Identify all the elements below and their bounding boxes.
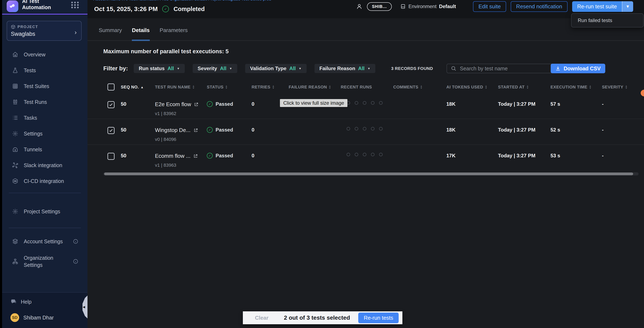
chevron-left-icon: ◀ <box>83 305 85 309</box>
tab-summary[interactable]: Summary <box>99 27 122 41</box>
search-icon <box>451 65 456 71</box>
tab-parameters[interactable]: Parameters <box>160 27 188 41</box>
col-started-at[interactable]: STARTED AT▲▼ <box>498 85 550 89</box>
filter-severity[interactable]: SeverityAll▼ <box>193 64 237 73</box>
sidebar-item-project-settings[interactable]: Project Settings <box>2 204 88 219</box>
sidebar-item-overview[interactable]: Overview <box>2 47 88 62</box>
table-row[interactable]: 50 Wingstop De... v0 | 84096 ✓Passed 0 1… <box>88 119 644 145</box>
col-execution-time[interactable]: EXECUTION TIME▲▼ <box>550 85 602 89</box>
flask-icon <box>12 67 18 73</box>
col-retries[interactable]: RETRIES▲▼ <box>252 85 289 89</box>
passed-check-icon: ✓ <box>207 127 213 133</box>
col-ai-tokens-used[interactable]: AI TOKENS USED▲▼ <box>446 85 498 89</box>
table-row[interactable]: 50 E2e Ecom flow v1 | 83962 ✓Passed 0 18… <box>88 94 644 119</box>
select-all-checkbox[interactable] <box>108 83 114 90</box>
sort-icon: ▲▼ <box>625 85 628 89</box>
sidebar-item-tasks[interactable]: Tasks <box>2 110 88 126</box>
test-run-name-link[interactable]: Wingstop De... <box>155 127 190 133</box>
sort-icon: ▲▼ <box>329 85 331 89</box>
info-icon[interactable] <box>73 259 78 264</box>
sidebar-item-label: Overview <box>24 52 46 58</box>
row-checkbox[interactable] <box>108 153 114 160</box>
sidebar-item-test-runs[interactable]: Test Runs <box>2 94 88 110</box>
col-status[interactable]: STATUS▲▼ <box>207 85 252 89</box>
home-icon <box>12 51 18 58</box>
svg-text:?: ? <box>12 300 14 302</box>
sidebar-item-account-settings[interactable]: Account Settings <box>2 234 88 249</box>
link-icon <box>12 178 18 184</box>
slack-icon <box>12 162 18 168</box>
filter-run-status[interactable]: Run statusAll▼ <box>134 64 185 73</box>
app-launcher-icon[interactable] <box>71 2 79 8</box>
project-switcher[interactable]: PROJECT Swaglabs › <box>7 21 82 41</box>
test-run-name-link[interactable]: Ecomm flow ... <box>155 153 190 159</box>
run-version: v1 | 83963 <box>155 163 207 168</box>
caret-down-icon: ▼ <box>368 67 370 70</box>
info-icon[interactable] <box>73 239 78 244</box>
external-link-icon[interactable] <box>194 128 198 133</box>
scrollbar-thumb[interactable] <box>104 173 633 175</box>
rerun-dropdown-toggle[interactable]: ▼ <box>622 1 633 12</box>
layers-icon <box>12 238 18 245</box>
clear-selection-button[interactable]: Clear <box>255 315 268 321</box>
sidebar-item-organization-settings[interactable]: Organization Settings <box>2 251 88 272</box>
sort-icon: ▲▼ <box>192 85 195 89</box>
caret-down-icon: ▼ <box>177 67 180 70</box>
environment-icon <box>400 3 406 9</box>
user-menu[interactable]: SD Shibam Dhar <box>2 311 88 324</box>
recent-runs <box>341 127 393 130</box>
col-test-run-name[interactable]: TEST RUN NAME▲▼ <box>155 85 207 89</box>
menu-item-run-failed-tests[interactable]: Run failed tests <box>578 17 612 23</box>
external-link-icon[interactable] <box>194 102 198 107</box>
edit-suite-button[interactable]: Edit suite <box>473 1 506 12</box>
sidebar-item-tests[interactable]: Tests <box>2 62 88 78</box>
app-logo-row: AI Test Automation <box>2 0 88 14</box>
search-input[interactable] <box>460 65 563 72</box>
sidebar-item-label: Project Settings <box>24 209 60 215</box>
sidebar: AI Test Automation PROJECT Swaglabs › Ov… <box>2 0 88 328</box>
sidebar-item-slack-integration[interactable]: Slack integration <box>2 157 88 173</box>
tab-divider <box>88 40 644 41</box>
person-icon[interactable] <box>356 3 362 9</box>
table-row[interactable]: 50 Ecomm flow ... v1 | 83963 ✓Passed 0 1… <box>88 145 644 171</box>
sidebar-item-tunnels[interactable]: Tunnels <box>2 142 88 157</box>
sidebar-item-settings[interactable]: Settings <box>2 126 88 142</box>
sort-icon: ▲▼ <box>420 85 422 89</box>
sidebar-item-cicd-integration[interactable]: CI-CD integration <box>2 173 88 189</box>
main-content: Account Name : AI Test Automation Prod O… <box>88 0 644 328</box>
rerun-test-suite-split-button[interactable]: Re-run test suite ▼ <box>572 1 633 12</box>
row-checkbox[interactable] <box>108 127 114 134</box>
col-seq-no[interactable]: SEQ NO.▲ <box>121 85 155 89</box>
col-comments[interactable]: COMMENTS▲▼ <box>393 85 446 89</box>
sidebar-item-label: Tests <box>24 67 36 73</box>
filter-by-label: Filter by: <box>103 65 128 72</box>
filter-validation-type[interactable]: Validation TypeAll▼ <box>245 64 306 73</box>
filter-failure-reason[interactable]: Failure ReasonAll▼ <box>314 64 376 73</box>
rerun-tests-button[interactable]: Re-run tests <box>358 313 399 323</box>
resend-notification-button[interactable]: Resend notification <box>511 1 568 12</box>
caret-down-icon: ▼ <box>229 67 232 70</box>
sort-icon: ▲▼ <box>589 85 592 89</box>
tab-details[interactable]: Details <box>132 27 150 41</box>
test-run-name-link[interactable]: E2e Ecom flow <box>155 101 191 108</box>
account-pill[interactable]: SHIB... <box>367 2 392 11</box>
external-link-icon[interactable] <box>193 154 198 158</box>
sidebar-item-label: Test Suites <box>24 83 49 89</box>
table-grid-icon <box>12 83 18 89</box>
sidebar-item-label: Help <box>21 299 32 305</box>
sidebar-item-help[interactable]: ? Help <box>2 293 88 311</box>
completed-check-icon: ✓ <box>162 5 169 12</box>
help-chat-icon: ? <box>10 299 17 305</box>
row-checkbox[interactable] <box>108 101 114 108</box>
environment-value[interactable]: Default <box>439 3 456 9</box>
sidebar-item-test-suites[interactable]: Test Suites <box>2 78 88 94</box>
horizontal-scrollbar[interactable] <box>103 172 638 175</box>
search-box <box>446 64 567 73</box>
rerun-test-suite-button[interactable]: Re-run test suite <box>572 1 622 12</box>
sidebar-divider <box>9 193 81 193</box>
col-failure-reason[interactable]: FAILURE REASON▲▼ <box>289 85 341 89</box>
col-severity[interactable]: SEVERITY▲▼ <box>602 85 641 89</box>
download-csv-button[interactable]: Download CSV <box>551 64 605 73</box>
tunnel-icon <box>12 146 18 153</box>
sidebar-item-label: Tasks <box>24 115 37 121</box>
